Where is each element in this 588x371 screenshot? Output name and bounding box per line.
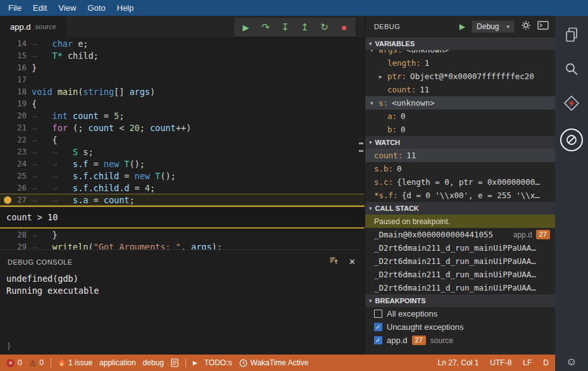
line-number[interactable]: 23	[0, 147, 32, 156]
watch-row[interactable]: count:11	[365, 149, 555, 162]
chevron-down-icon: ▾	[506, 23, 510, 30]
dlang-diamond-icon[interactable]	[563, 94, 580, 112]
watch-row[interactable]: *s.f:{d = 0 '\\x00', e = 255 '\\x…	[365, 189, 555, 202]
stop-button[interactable]: ■	[334, 23, 354, 32]
start-debug-icon[interactable]: ▶	[460, 22, 465, 31]
tab-app-d[interactable]: app.d source	[0, 16, 66, 37]
output-doc-icon[interactable]	[171, 358, 178, 367]
code-line[interactable]: 27→ → s.a = count;	[0, 194, 365, 206]
feedback-smiley-icon[interactable]: ☺	[555, 356, 588, 368]
code-line[interactable]: 20→ int count = 5;	[0, 110, 365, 122]
section-header-variables[interactable]: ▾ VARIABLES	[365, 37, 555, 50]
tab-subtitle: source	[35, 23, 56, 30]
menu-item-view[interactable]: View	[53, 2, 82, 14]
watch-row[interactable]: s.b:0	[365, 162, 555, 175]
cursor-position[interactable]: Ln 27, Col 1	[438, 358, 479, 367]
console-prompt[interactable]: ⟩	[6, 341, 11, 351]
code-line[interactable]: 21→ for (; count < 20; count++)	[0, 122, 365, 134]
line-number[interactable]: 18	[0, 87, 32, 96]
code-line[interactable]: 28→ }	[0, 229, 365, 241]
checkbox-checked[interactable]: ✓	[374, 323, 382, 331]
checkbox-unchecked[interactable]	[374, 310, 382, 318]
breakpoint-row[interactable]: All exceptions	[365, 307, 555, 320]
todo-status[interactable]: TODO:s	[204, 358, 232, 367]
line-number[interactable]: 26	[0, 183, 32, 192]
section-title: BREAKPOINTS	[375, 297, 426, 305]
code-line[interactable]: 24→ → s.f = new T();	[0, 158, 365, 170]
variable-row[interactable]: ▾s:<unknown>	[365, 96, 555, 110]
watch-row[interactable]: s.c:{length = 0, ptr = 0x00000000…	[365, 175, 555, 189]
continue-button[interactable]: ▶	[236, 23, 256, 32]
variable-row[interactable]: count:11	[365, 83, 555, 96]
menu-item-goto[interactable]: Goto	[82, 2, 111, 14]
variable-row[interactable]: b:0	[365, 123, 555, 136]
twistie-icon[interactable]: ▾	[370, 100, 378, 106]
code-line[interactable]: 19{	[0, 97, 365, 110]
line-number[interactable]: 15	[0, 51, 32, 60]
section-header-watch[interactable]: ▾ WATCH	[365, 136, 555, 149]
problems-warnings[interactable]: ⚠ 0	[29, 358, 44, 367]
code-line[interactable]: 17	[0, 73, 365, 85]
stack-frame[interactable]: _D2rt6dmain211_d_run_mainUiPPaUAA…	[365, 281, 555, 294]
line-number[interactable]: 25	[0, 171, 32, 180]
close-panel-icon[interactable]: ✕	[349, 257, 356, 267]
language-mode[interactable]: D	[543, 358, 549, 367]
debug-disabled-icon[interactable]	[560, 129, 583, 151]
explorer-icon[interactable]	[563, 26, 580, 44]
eol-type[interactable]: LF	[523, 358, 532, 367]
menu-item-edit[interactable]: Edit	[27, 2, 53, 14]
variable-row[interactable]: a:0	[365, 110, 555, 123]
restart-button[interactable]: ↻	[315, 22, 334, 33]
stack-frame[interactable]: _Dmain@0x0000000000441055app.d27	[365, 228, 555, 241]
console-output[interactable]: undefined(gdb)Running executable	[0, 270, 365, 297]
section-header-breakpoints[interactable]: ▾ BREAKPOINTS	[365, 294, 555, 307]
code-line[interactable]: 15→ T* child;	[0, 49, 365, 61]
line-number[interactable]: 20	[0, 111, 32, 120]
breakpoint-row[interactable]: ✓app.d27source	[365, 334, 555, 347]
menu-item-help[interactable]: Help	[111, 2, 140, 14]
issues-status[interactable]: 1 issue	[58, 358, 92, 367]
line-number[interactable]: 28	[0, 230, 32, 239]
step-out-button[interactable]: ↥	[295, 22, 315, 33]
gear-icon[interactable]	[521, 20, 531, 33]
line-number[interactable]: 16	[0, 63, 32, 72]
debug-profile-select[interactable]: Debug ▾	[472, 20, 515, 33]
code-line[interactable]: 25→ → s.f.child = new T();	[0, 170, 365, 182]
encoding[interactable]: UTF-8	[490, 358, 511, 367]
code-line[interactable]: 23→ → S s;	[0, 146, 365, 158]
run-icon[interactable]: ▶	[193, 360, 197, 366]
code-line[interactable]: 14→ char e;	[0, 37, 365, 49]
step-into-button[interactable]: ↧	[275, 22, 295, 33]
line-number[interactable]: 14	[0, 39, 32, 48]
stack-frame[interactable]: _D2rt6dmain211_d_run_mainUiPPaUAA…	[365, 255, 555, 268]
step-over-button[interactable]: ↷	[256, 22, 275, 33]
code-line[interactable]: 18void main(string[] args)	[0, 85, 365, 97]
open-log-icon[interactable]	[329, 256, 339, 268]
stack-frame[interactable]: _D2rt6dmain211_d_run_mainUiPPaUAA…	[365, 241, 555, 255]
menu-item-file[interactable]: File	[3, 2, 27, 14]
variable-row[interactable]: ▸ptr:Object@*0x00007fffffffec20	[365, 70, 555, 83]
breakpoint-icon[interactable]	[4, 196, 11, 204]
breakpoint-condition-widget[interactable]: count > 10	[0, 206, 365, 229]
search-icon[interactable]	[563, 60, 580, 78]
breakpoint-row[interactable]: ✓Uncaught exceptions	[365, 320, 555, 334]
section-header-call-stack[interactable]: ▾ CALL STACK	[365, 202, 555, 215]
wakatime-status[interactable]: WakaTime Active	[239, 358, 309, 367]
code-line[interactable]: 22→ {	[0, 134, 365, 146]
checkbox-checked[interactable]: ✓	[374, 336, 382, 344]
problems-errors[interactable]: ✕ 0	[6, 358, 22, 367]
twistie-icon[interactable]: ▸	[379, 73, 387, 80]
code-line[interactable]: 26→ → s.f.child.d = 4;	[0, 182, 365, 194]
line-number[interactable]: 19	[0, 99, 32, 108]
launch-config-debug[interactable]: debug	[142, 358, 163, 367]
line-number[interactable]: 21	[0, 123, 32, 132]
debug-console-icon[interactable]	[537, 21, 549, 32]
code-line[interactable]: 16}	[0, 61, 365, 73]
launch-config-application[interactable]: application	[99, 358, 135, 367]
line-number[interactable]: 17	[0, 75, 32, 84]
variable-row[interactable]: length:1	[365, 56, 555, 70]
line-number[interactable]: 22	[0, 135, 32, 144]
stack-frame[interactable]: _D2rt6dmain211_d_run_mainUiPPaUAA…	[365, 268, 555, 281]
line-number[interactable]: 24	[0, 159, 32, 168]
vscode-window: FileEditViewGotoHelp app.d source ▶↷↧↥↻■…	[0, 0, 588, 371]
